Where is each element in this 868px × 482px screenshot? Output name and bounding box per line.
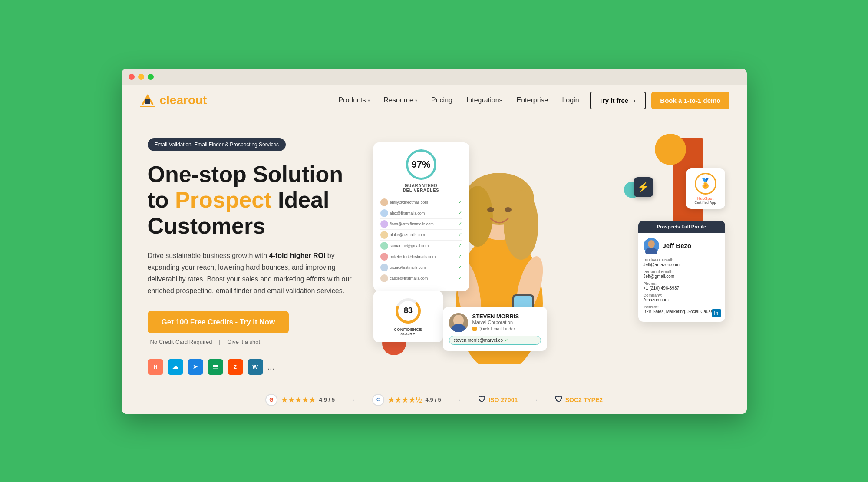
person-card-inner: STEVEN MORRIS Marvel Corporation Quick E… xyxy=(449,313,541,345)
logo[interactable]: clearout xyxy=(139,92,207,108)
profile-personal-email-field: Personal Email: Jeff@gmail.com xyxy=(644,270,720,279)
deliverables-percent: 97% xyxy=(411,159,430,170)
hero-title-line3: Customers xyxy=(148,213,266,238)
hero-badge: Email Validation, Email Finder & Prospec… xyxy=(148,138,286,151)
divider-2: · xyxy=(459,395,461,405)
profile-card-body: Jeff Bezo Business Email: Jeff@amazon.co… xyxy=(638,233,725,322)
hero-right: ⚡ 🏅 HubSpot Certified App 97% GUARANTEED… xyxy=(373,134,721,377)
profile-company-value: Amazon.com xyxy=(644,297,720,302)
email-text: fiona@crm.firstmails.com xyxy=(390,222,458,226)
iso-label: ISO 27001 xyxy=(488,396,518,403)
profile-phone-field: Phone: +1 (216) 496-3937 xyxy=(644,281,720,291)
deliverables-label: GUARANTEEDDELIVERABLES xyxy=(380,183,462,193)
check-icon: ✓ xyxy=(458,232,462,238)
email-text: samanthe@gmail.com xyxy=(390,244,458,248)
profile-person-name: Jeff Bezo xyxy=(663,242,692,249)
traffic-light-yellow[interactable] xyxy=(138,74,144,80)
profile-personal-email-value: Jeff@gmail.com xyxy=(644,274,720,279)
check-icon: ✓ xyxy=(458,264,462,270)
person-tool-row: Quick Email Finder xyxy=(472,327,519,331)
capterra-rating: C ★★★★½ 4.9 / 5 xyxy=(372,394,441,406)
hubspot-org-name: HubSpot xyxy=(690,196,721,201)
salesforce-integration-icon[interactable]: ☁ xyxy=(168,359,183,375)
traffic-light-green[interactable] xyxy=(148,74,154,80)
email-avatar xyxy=(380,253,388,261)
check-icon: ✓ xyxy=(458,221,462,227)
person-company: Marvel Corporation xyxy=(472,320,519,325)
nav-login[interactable]: Login xyxy=(562,96,579,104)
cta-button[interactable]: Get 100 Free Credits - Try It Now xyxy=(148,311,289,333)
navbar: clearout Products ▾ Resource ▾ Pricing I… xyxy=(122,85,747,116)
g2-stars: ★★★★★ xyxy=(281,395,316,405)
svg-point-14 xyxy=(505,207,512,212)
profile-company-label: Company: xyxy=(644,293,720,297)
nav-products[interactable]: Products ▾ xyxy=(338,96,370,104)
person-row: STEVEN MORRIS Marvel Corporation Quick E… xyxy=(449,313,541,332)
person-tool: Quick Email Finder xyxy=(479,327,515,331)
svg-text:83: 83 xyxy=(403,306,412,315)
table-row: miketester@firstmails.com ✓ xyxy=(380,251,462,262)
divider-3: · xyxy=(535,395,538,405)
profile-biz-email-label: Business Email: xyxy=(644,258,720,262)
soc2-label: SOC2 TYPE2 xyxy=(565,396,603,403)
hero-section: Email Validation, Email Finder & Prospec… xyxy=(122,116,747,386)
profile-interest-label: Inetrest: xyxy=(644,305,720,309)
svg-point-11 xyxy=(504,190,538,260)
g2-logo: G xyxy=(265,394,277,406)
linkedin-icon[interactable]: in xyxy=(712,309,721,317)
person-email: steven.morris@marvel.co xyxy=(454,338,503,343)
svg-rect-5 xyxy=(213,365,218,366)
browser-window: clearout Products ▾ Resource ▾ Pricing I… xyxy=(122,69,747,414)
hero-left: Email Validation, Email Finder & Prospec… xyxy=(148,134,373,377)
divider-1: · xyxy=(352,395,355,405)
check-icon: ✓ xyxy=(458,254,462,259)
hero-title-line2-end: Ideal xyxy=(272,187,330,212)
profile-card: Prospects Full Profile Jeff Bezo xyxy=(638,221,725,322)
nav-resource[interactable]: Resource ▾ xyxy=(384,96,417,104)
profile-personal-email-label: Personal Email: xyxy=(644,270,720,274)
try-free-button[interactable]: Try it free → xyxy=(590,92,647,109)
table-row: castle@firstmails.com ✓ xyxy=(380,273,462,284)
soc2-badge: 🛡 SOC2 TYPE2 xyxy=(555,395,603,404)
hero-description: Drive sustainable business growth with 4… xyxy=(148,250,356,297)
book-demo-button[interactable]: Book a 1-to-1 demo xyxy=(651,92,729,109)
traffic-light-red[interactable] xyxy=(129,74,135,80)
email-avatar xyxy=(380,264,388,271)
nav-pricing[interactable]: Pricing xyxy=(431,96,452,104)
svg-point-1 xyxy=(146,95,149,99)
lightning-card[interactable]: ⚡ xyxy=(634,177,653,197)
iso-shield-icon: 🛡 xyxy=(478,395,486,404)
logo-clear: clear xyxy=(160,93,188,107)
g2-rating: G ★★★★★ 4.9 / 5 xyxy=(265,394,335,406)
profile-biz-email-value: Jeff@amazon.com xyxy=(644,262,720,267)
zapier-integration-icon[interactable]: Z xyxy=(228,359,243,375)
wordpress-integration-icon[interactable]: W xyxy=(248,359,263,375)
email-avatar xyxy=(380,274,388,282)
cta-subtext: No Credit Card Required | Give it a shot xyxy=(148,339,373,345)
svg-rect-7 xyxy=(213,368,218,369)
profile-interest-field: Inetrest: B2B Sales, Marketing, Social C… xyxy=(644,305,720,314)
table-row: samanthe@gmail.com ✓ xyxy=(380,241,462,251)
google-sheets-integration-icon[interactable] xyxy=(208,359,223,375)
hubspot-integration-icon[interactable]: H xyxy=(148,359,163,375)
hero-title: One-stop Solution to Prospect Ideal Cust… xyxy=(148,162,373,239)
email-text: tricia@firstmails.com xyxy=(390,265,458,270)
sendgrid-integration-icon[interactable]: ➤ xyxy=(188,359,203,375)
hero-title-highlight: Prospect xyxy=(175,187,272,212)
nav-enterprise[interactable]: Enterprise xyxy=(517,96,548,104)
confidence-label: CONFIDENCESCORE xyxy=(380,327,437,336)
profile-biz-email-field: Business Email: Jeff@amazon.com xyxy=(644,258,720,267)
check-icon: ✓ xyxy=(458,199,462,205)
email-avatar xyxy=(380,220,388,228)
email-avatar xyxy=(380,242,388,250)
capterra-logo: C xyxy=(372,394,384,406)
hubspot-badge-icon: 🏅 xyxy=(695,173,716,195)
more-integrations[interactable]: ... xyxy=(267,362,275,372)
table-row: fiona@crm.firstmails.com ✓ xyxy=(380,219,462,230)
nav-links: Products ▾ Resource ▾ Pricing Integratio… xyxy=(338,96,579,104)
person-card: STEVEN MORRIS Marvel Corporation Quick E… xyxy=(443,307,547,351)
svg-rect-0 xyxy=(145,99,150,104)
email-avatar xyxy=(380,198,388,206)
integrations-row: H ☁ ➤ Z W ... xyxy=(148,359,373,375)
nav-integrations[interactable]: Integrations xyxy=(466,96,503,104)
